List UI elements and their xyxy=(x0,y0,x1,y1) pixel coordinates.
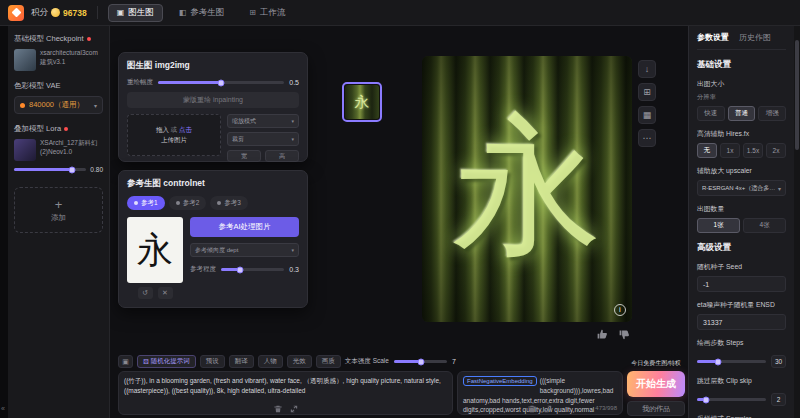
seed-input[interactable]: -1 xyxy=(697,276,786,292)
collapse-sidebar-icon[interactable]: « xyxy=(1,405,5,412)
cfg-scale-slider[interactable] xyxy=(394,360,447,363)
add-model-button[interactable]: + 添加 xyxy=(14,187,103,233)
image-upload-dropzone[interactable]: 拖入 或 点击 上传图片 xyxy=(127,114,221,156)
seed-label: 随机种子 Seed xyxy=(697,262,786,272)
tab-img2img[interactable]: ▣ 图生图 xyxy=(108,4,163,22)
resolution-enhanced-button[interactable]: 增强 xyxy=(758,106,786,121)
update-dot xyxy=(64,127,68,131)
height-input[interactable]: 高 xyxy=(265,150,299,162)
vae-select[interactable]: 840000（通用） ▾ xyxy=(14,96,103,114)
denoise-label: 重绘幅度 xyxy=(127,78,153,87)
my-works-button[interactable]: 我的作品 xyxy=(627,401,685,416)
trash-icon[interactable] xyxy=(528,405,536,413)
image-icon: ▣ xyxy=(117,8,125,17)
compare-icon[interactable]: ⊞ xyxy=(638,83,656,101)
hires-none-button[interactable]: 无 xyxy=(697,143,717,158)
prompt-tools-icon[interactable]: ▣ xyxy=(118,355,133,368)
upload-drag-text: 拖入 xyxy=(156,126,169,133)
resize-mode-select[interactable]: 缩放模式▾ xyxy=(227,114,299,128)
hires-2x-button[interactable]: 2x xyxy=(766,143,786,158)
ai-process-button[interactable]: 参考AI处理图片 xyxy=(190,217,299,237)
inpaint-button[interactable]: 蒙版重绘 inpainting xyxy=(127,92,299,108)
generated-image-preview[interactable]: 永 i xyxy=(422,56,632,322)
clip-skip-slider[interactable] xyxy=(697,398,766,401)
clip-skip-label: 跳过层数 Clip skip xyxy=(697,376,786,386)
cfg-scale-label: 文本强度 Scale xyxy=(345,357,389,366)
expand-icon[interactable] xyxy=(544,405,552,413)
tab-label: 参考生图 xyxy=(190,7,224,19)
hires-15x-button[interactable]: 1.5x xyxy=(743,143,763,158)
denoise-row: 重绘幅度 0.5 xyxy=(127,78,299,87)
character-chip[interactable]: 人物 xyxy=(258,355,283,368)
thumbs-down-icon[interactable] xyxy=(618,328,631,341)
workflow-icon: ⊞ xyxy=(249,8,256,17)
controlnet-tab-1[interactable]: 参考1 xyxy=(127,196,165,210)
scrollbar-thumb[interactable] xyxy=(795,40,799,150)
expand-icon[interactable] xyxy=(290,405,298,413)
thumbs-up-icon[interactable] xyxy=(596,328,609,341)
controlnet-body: 永 ↺ ✕ 参考AI处理图片 参考倾向度 dept ▾ 参考程度 xyxy=(127,217,299,299)
lora-weight-slider[interactable] xyxy=(14,168,86,171)
positive-prompt-textarea[interactable]: ((竹子)), in a blooming garden, (fresh and… xyxy=(118,371,453,415)
lighting-chip[interactable]: 光效 xyxy=(287,355,312,368)
quality-chip[interactable]: 画质 xyxy=(316,355,341,368)
thumbnail-glyph: 永 xyxy=(355,93,370,112)
controlnet-weight-label: 参考程度 xyxy=(190,265,216,274)
size-inputs: 宽 高 xyxy=(227,150,299,162)
advanced-settings-header: 高级设置 xyxy=(697,242,786,254)
points-display[interactable]: 积分 96738 xyxy=(31,7,87,19)
dice-icon: ⚄ xyxy=(143,358,149,366)
upscaler-select[interactable]: R-ESRGAN 4x+（适合多种风格） ▾ xyxy=(697,180,786,196)
negative-box-actions xyxy=(528,405,552,413)
grid-view-icon[interactable]: ▦ xyxy=(638,106,656,124)
count-4-button[interactable]: 4张 xyxy=(743,218,786,233)
tab-history[interactable]: 历史作图 xyxy=(739,32,771,43)
denoise-value: 0.5 xyxy=(289,79,299,86)
result-thumbnail-selected[interactable]: 永 xyxy=(342,82,382,122)
tab-reference-gen[interactable]: ◧ 参考生图 xyxy=(170,4,234,22)
count-1-button[interactable]: 1张 xyxy=(697,218,740,233)
width-input[interactable]: 宽 xyxy=(227,150,261,162)
controlnet-tab-2[interactable]: 参考2 xyxy=(169,196,207,210)
ensd-input[interactable]: 31337 xyxy=(697,314,786,330)
points-value: 96738 xyxy=(63,8,87,18)
params-panel: 参数设置 历史作图 基础设置 出图大小 分辨率 快速 普通 增强 高清辅助 Hi… xyxy=(688,26,794,418)
controlnet-panel-title: 参考生图 controlnet xyxy=(127,178,299,190)
negative-prompt-textarea[interactable]: FastNegativeEmbedding (((simple backgrou… xyxy=(457,371,623,415)
controlnet-reference-image[interactable]: 永 xyxy=(127,217,183,283)
more-options-icon[interactable]: ⋯ xyxy=(638,129,656,147)
negative-embedding-chip[interactable]: FastNegativeEmbedding xyxy=(463,376,537,386)
app-logo[interactable] xyxy=(8,5,24,21)
tab-workflow[interactable]: ⊞ 工作流 xyxy=(240,4,294,22)
coin-icon xyxy=(51,8,60,17)
controlnet-weight-slider[interactable] xyxy=(221,268,284,271)
rating-controls xyxy=(596,328,631,341)
checkpoint-card[interactable]: xsarchitectural3com建筑v3.1 xyxy=(14,49,103,71)
preset-chip[interactable]: 预设 xyxy=(200,355,225,368)
prompt-toolbar: ▣ ⚄随机化提示词 预设 翻译 人物 光效 画质 文本强度 Scale 7 xyxy=(118,355,456,368)
lora-card[interactable]: XSArchi_127新科幻(2)Neov1.0 xyxy=(14,139,103,161)
download-icon[interactable]: ↓ xyxy=(638,60,656,78)
generate-button-label: 开始生成 xyxy=(636,377,676,391)
ensd-label: eta噪声种子随机量 ENSD xyxy=(697,300,786,310)
info-icon[interactable]: i xyxy=(614,304,626,316)
points-label: 积分 xyxy=(31,7,48,19)
delete-icon[interactable]: ✕ xyxy=(158,287,173,299)
controlnet-image-column: 永 ↺ ✕ xyxy=(127,217,183,299)
steps-slider[interactable] xyxy=(697,360,766,363)
generate-button[interactable]: 开始生成 xyxy=(627,371,685,397)
hires-1x-button[interactable]: 1x xyxy=(720,143,740,158)
random-prompt-chip[interactable]: ⚄随机化提示词 xyxy=(137,355,196,368)
resolution-normal-button[interactable]: 普通 xyxy=(728,106,756,121)
trash-icon[interactable] xyxy=(274,405,282,413)
tab-param-settings[interactable]: 参数设置 xyxy=(697,32,729,43)
controlnet-tab-3[interactable]: 参考3 xyxy=(210,196,248,210)
image-count-options: 1张 4张 xyxy=(697,218,786,233)
preprocessor-select[interactable]: 参考倾向度 dept ▾ xyxy=(190,243,299,257)
basic-settings-header: 基础设置 xyxy=(697,59,786,71)
translate-chip[interactable]: 翻译 xyxy=(229,355,254,368)
denoise-slider[interactable] xyxy=(158,81,284,84)
crop-mode-select[interactable]: 裁剪▾ xyxy=(227,132,299,146)
resolution-fast-button[interactable]: 快速 xyxy=(697,106,725,121)
reset-icon[interactable]: ↺ xyxy=(138,287,153,299)
